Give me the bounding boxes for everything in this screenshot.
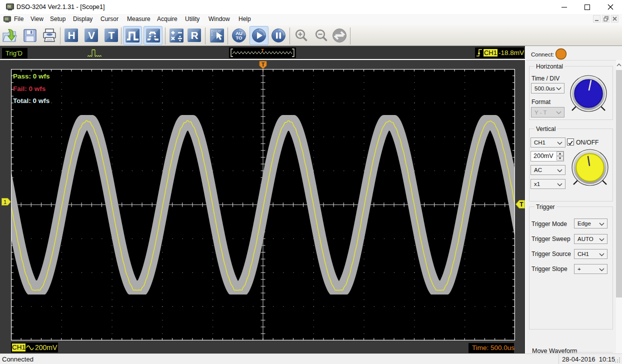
svg-text:H: H xyxy=(68,30,75,41)
svg-text:T: T xyxy=(261,48,264,53)
svg-text:T: T xyxy=(108,30,115,41)
svg-text:V: V xyxy=(88,30,95,41)
svg-text:R: R xyxy=(190,30,198,41)
svg-text:TO: TO xyxy=(236,35,242,40)
svg-text:1: 1 xyxy=(4,199,6,205)
svg-text:Fail: 0 wfs: Fail: 0 wfs xyxy=(13,85,46,92)
svg-text:T: T xyxy=(262,62,264,68)
svg-text:Total: 0 wfs: Total: 0 wfs xyxy=(13,97,50,104)
svg-text:Pass: 0 wfs: Pass: 0 wfs xyxy=(13,72,50,80)
svg-text:T: T xyxy=(520,201,524,208)
